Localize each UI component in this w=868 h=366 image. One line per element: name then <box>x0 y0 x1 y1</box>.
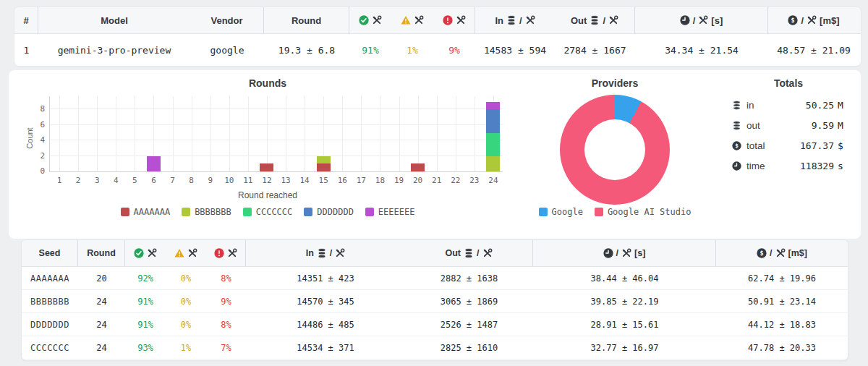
cell-tokens-in: 14486 ± 485 <box>246 313 405 336</box>
legend-item-AAAAAAA[interactable]: AAAAAAA <box>121 207 171 217</box>
cell-warning-rate: 1% <box>391 34 433 66</box>
totals-value: 9.59 <box>812 120 834 131</box>
tools-icon <box>698 15 708 25</box>
legend-item-BBBBBBB[interactable]: BBBBBBB <box>182 207 231 217</box>
cell-time: 34.34 ± 21.54 <box>635 34 768 66</box>
bar-segment-DDDDDDD <box>486 109 500 132</box>
x-tick-label: 17 <box>352 176 370 185</box>
legend-label: DDDDDDD <box>317 207 354 217</box>
col-header-seed: Seed <box>22 240 78 266</box>
y-tick-label: 0 <box>40 167 50 176</box>
legend-item-CCCCCCC[interactable]: CCCCCCC <box>243 207 293 217</box>
cell-tokens-out: 2882 ± 1638 <box>405 267 533 289</box>
x-tick-label: 13 <box>276 176 295 185</box>
totals-unit: M <box>838 100 848 111</box>
cell-round: 20 <box>78 267 125 289</box>
dollar-circle-icon: $ <box>732 141 741 150</box>
bar-segment-EEEEEEE <box>147 156 161 171</box>
x-tick-label: 9 <box>201 176 220 185</box>
col-header-error-rate <box>433 7 475 33</box>
col-header-success-rate <box>125 240 166 266</box>
x-gridline <box>192 96 192 171</box>
rounds-chart-title: Rounds <box>9 77 527 89</box>
seed-row: DDDDDDD2491%0%8%14486 ± 4852526 ± 148728… <box>22 313 848 336</box>
legend-item-DDDDDDD[interactable]: DDDDDDD <box>304 207 354 217</box>
bar-segment-AAAAAAA <box>260 163 273 171</box>
tools-icon <box>608 15 618 25</box>
warning-triangle-icon <box>401 15 411 25</box>
tools-icon <box>414 15 424 25</box>
cell-warning-rate: 0% <box>166 290 206 312</box>
error-circle-icon <box>443 15 453 25</box>
x-tick-label: 6 <box>144 176 163 185</box>
providers-chart-legend: GoogleGoogle AI Studio <box>506 207 723 217</box>
x-tick-label: 24 <box>484 176 503 185</box>
dollar-circle-icon: $ <box>788 15 798 25</box>
x-gridline <box>437 96 438 171</box>
x-gridline <box>456 96 456 171</box>
legend-item-google[interactable]: Google <box>539 207 583 217</box>
seed-row: CCCCCCC2493%1%7%14534 ± 3712825 ± 161032… <box>22 336 848 359</box>
x-gridline <box>135 96 135 171</box>
seeds-table-body: SeedRoundIn/Out//[s]$/[m$]AAAAAAA2092%0%… <box>22 240 848 359</box>
cell-warning-rate: 1% <box>166 336 206 359</box>
providers-donut <box>560 95 670 205</box>
check-circle-icon <box>134 248 144 258</box>
x-tick-label: 12 <box>258 176 276 185</box>
totals-label: in <box>746 100 754 111</box>
x-gridline <box>116 96 116 171</box>
x-tick-label: 22 <box>446 176 465 185</box>
x-tick-label: 5 <box>125 176 144 185</box>
totals-unit: s <box>838 161 848 171</box>
cell-tokens-in: 14570 ± 345 <box>246 290 405 312</box>
x-gridline <box>267 96 268 171</box>
tools-icon <box>227 248 237 258</box>
tools-icon <box>372 15 382 25</box>
x-gridline <box>361 96 362 171</box>
tools-icon <box>775 248 786 258</box>
bar-segment-BBBBBBB <box>317 156 331 164</box>
col-header-tokens-in: In/ <box>475 7 555 33</box>
legend-item-google-ai-studio[interactable]: Google AI Studio <box>595 207 692 217</box>
legend-swatch <box>243 208 252 216</box>
error-circle-icon <box>214 248 224 258</box>
col-header-cost: $/[m$] <box>768 7 859 33</box>
col-header-tokens-out: Out/ <box>405 240 533 266</box>
x-gridline <box>399 96 400 171</box>
rounds-plot-area: 0246812345678910111213141516171819202122… <box>49 96 503 172</box>
x-gridline <box>229 96 230 171</box>
y-tick-label: 8 <box>40 105 50 114</box>
tools-icon <box>147 248 157 258</box>
legend-label: AAAAAAA <box>134 207 171 217</box>
coins-icon <box>732 121 741 130</box>
col-header-rank: # <box>14 7 38 33</box>
legend-label: BBBBBBB <box>195 207 231 217</box>
svg-text:$: $ <box>791 17 795 24</box>
y-tick-label: 4 <box>40 136 50 145</box>
col-header-error-rate <box>206 240 246 266</box>
totals-label: time <box>746 161 765 171</box>
cell-vendor: google <box>190 34 264 66</box>
cell-time: 39.85 ± 22.19 <box>533 290 716 312</box>
svg-text:$: $ <box>760 250 764 257</box>
x-tick-label: 3 <box>88 176 106 185</box>
legend-swatch <box>304 208 312 216</box>
bar-segment-BBBBBBB <box>486 156 500 171</box>
charts-panel: Rounds Count 024681234567891011121314151… <box>9 70 861 239</box>
coins-icon <box>317 248 327 258</box>
cell-cost: 44.12 ± 18.83 <box>716 313 848 336</box>
cell-round: 24 <box>78 290 125 312</box>
x-tick-label: 7 <box>163 176 182 185</box>
coins-icon <box>732 101 741 110</box>
cell-error-rate: 8% <box>206 313 246 336</box>
totals-title: Totals <box>716 77 861 89</box>
legend-item-EEEEEEE[interactable]: EEEEEEE <box>365 207 415 217</box>
cell-round: 24 <box>78 336 125 359</box>
cell-seed: BBBBBBB <box>22 290 78 312</box>
totals-row-total: $total167.37$ <box>732 135 848 156</box>
y-tick-label: 2 <box>40 152 50 161</box>
legend-label: CCCCCCC <box>256 207 293 217</box>
totals-label: total <box>746 140 765 151</box>
x-tick-label: 23 <box>465 176 484 185</box>
cell-cost: 62.74 ± 19.96 <box>716 267 848 289</box>
